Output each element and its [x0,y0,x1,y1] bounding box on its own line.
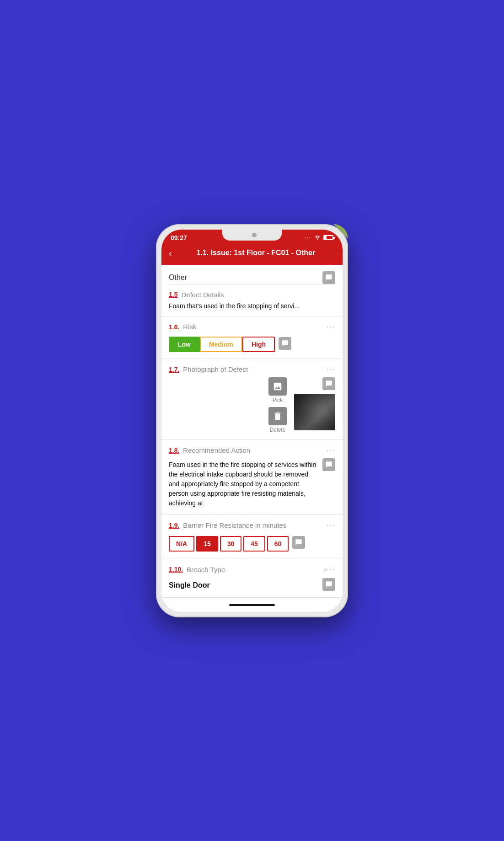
delete-photo-button[interactable]: Delete [268,407,287,433]
risk-buttons: Low Medium High [169,337,275,352]
section-number-1-5: 1.5 [169,291,177,298]
barrier-30-button[interactable]: 30 [220,536,242,552]
dots-menu-1-6[interactable]: ··· [327,323,335,331]
section-1-7: 1.7. Photograph of Defect ··· [161,359,343,440]
comment-icon-1-7[interactable] [322,377,335,390]
defect-details-text: Foam that's used in the fire stopping of… [169,302,335,310]
pick-photo-button[interactable]: Pick [268,377,287,403]
barrier-na-button[interactable]: N/A [169,536,194,552]
delete-label: Delete [270,427,286,433]
section-label-1-6: Risk [183,323,326,331]
phone-frame: 09:27 ··· ‹ 1.1. Issue: 1st Floor - FC01… [156,224,348,617]
barrier-15-button[interactable]: 15 [196,536,218,552]
battery-icon [323,235,333,240]
photo-thumbnail[interactable] [294,394,335,430]
comment-icon-1-6[interactable] [279,337,291,350]
risk-high-button[interactable]: High [242,337,275,352]
dots-menu-1-10[interactable]: ··· [327,565,335,573]
notch [222,230,282,241]
status-icons: ··· [305,234,333,241]
section-1-5: 1.5 Defect Details Foam that's used in t… [161,284,343,316]
status-time: 09:27 [171,234,187,241]
risk-low-button[interactable]: Low [169,337,200,352]
breach-type-value[interactable]: Single Door [169,581,210,589]
section-label-1-7: Photograph of Defect [183,365,326,373]
comment-icon-top[interactable] [322,271,335,284]
section-number-1-6: 1.6. [169,323,179,331]
section-1-6: 1.6. Risk ··· Low Medium High [161,316,343,359]
barrier-buttons: N/A 15 30 45 60 [169,536,289,552]
comment-icon-1-10[interactable] [322,578,335,591]
home-bar [229,604,275,606]
section-label-1-8: Recommended Action [183,446,326,454]
section-1-9: 1.9. Barrier Fire Resistance in minutes … [161,515,343,558]
back-button[interactable]: ‹ [169,248,172,258]
section-label-1-9: Barrier Fire Resistance in minutes [183,521,326,529]
section-1-8: 1.8. Recommended Action ··· Foam used in… [161,440,343,515]
nav-bar: ‹ 1.1. Issue: 1st Floor - FC01 - Other [161,244,343,265]
section-label-1-10: Breach Type [187,566,324,573]
pick-label: Pick [273,397,283,403]
barrier-45-button[interactable]: 45 [243,536,265,552]
recommended-action-text: Foam used in the the fire stopping of se… [169,460,319,508]
barrier-60-button[interactable]: 60 [267,536,289,552]
category-other: Other [161,265,343,284]
phone-screen: 09:27 ··· ‹ 1.1. Issue: 1st Floor - FC01… [161,230,343,612]
section-number-1-10: 1.10. [169,566,183,573]
section-number-1-7: 1.7. [169,366,179,373]
section-number-1-8: 1.8. [169,447,179,454]
comment-icon-1-9[interactable] [292,536,305,549]
front-camera [252,233,257,237]
home-indicator [161,598,343,612]
section-label-1-5: Defect Details [181,291,335,299]
wifi-icon [314,234,321,241]
dots-menu-1-7[interactable]: ··· [327,365,335,374]
risk-medium-button[interactable]: Medium [200,337,242,352]
dots-menu-1-9[interactable]: ··· [327,521,335,530]
nav-title: 1.1. Issue: 1st Floor - FC01 - Other [177,249,335,257]
comment-icon-1-8[interactable] [322,458,335,471]
dots-icon: ··· [305,235,311,241]
content-scroll[interactable]: Other 1.5 Defect Details Foam that's use… [161,265,343,598]
dots-menu-1-8[interactable]: ··· [327,446,335,455]
section-1-10: 1.10. Breach Type › ··· Single Door [161,558,343,598]
section-number-1-9: 1.9. [169,522,179,529]
